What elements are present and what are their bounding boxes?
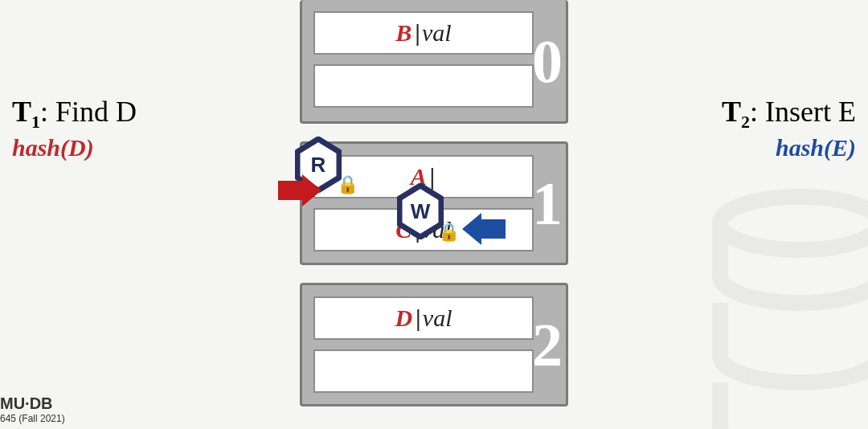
thread-right-hash: hash(E)	[647, 134, 856, 161]
footer: MU·DB 645 (Fall 2021)	[0, 394, 65, 424]
bucket-index: 0	[532, 26, 563, 96]
bucket-2: 2 D|val	[300, 283, 568, 407]
db-watermark	[707, 188, 868, 429]
slot: D|val	[313, 296, 534, 340]
bucket-index: 1	[532, 169, 563, 239]
thread-left-hash: hash(D)	[12, 134, 221, 161]
thread-left-id: T	[12, 96, 31, 128]
thread-left: T1: Find D hash(D)	[12, 95, 221, 161]
slot-empty	[313, 349, 534, 393]
slot: B|val	[313, 11, 534, 55]
svg-point-4	[720, 197, 868, 250]
slot: C|val	[313, 208, 534, 251]
thread-right-id: T	[722, 96, 741, 128]
thread-right: T2: Insert E hash(E)	[647, 95, 856, 161]
footer-brand: MU·DB	[0, 394, 65, 413]
hash-table: 0 B|val 1 A| C|val 2 D|val	[300, 0, 568, 424]
bucket-1: 1 A| C|val	[300, 141, 568, 265]
slot: A|	[313, 155, 534, 198]
bucket-0: 0 B|val	[300, 0, 568, 124]
footer-course: 645 (Fall 2021)	[0, 413, 65, 424]
bucket-index: 2	[532, 310, 563, 380]
slot-empty	[313, 64, 534, 108]
